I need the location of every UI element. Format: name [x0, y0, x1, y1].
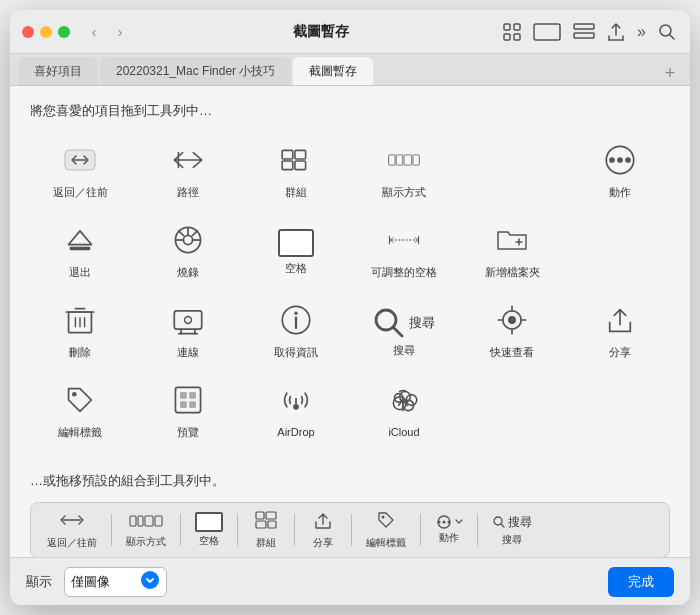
view-toggle-button[interactable] — [531, 21, 563, 43]
pt-divider-7 — [477, 514, 478, 546]
more-button[interactable]: » — [635, 21, 648, 43]
toolbar-items-grid: 返回／往前 路徑 — [30, 136, 670, 448]
footer-show-label: 顯示 — [26, 573, 52, 591]
item-share[interactable]: 分享 — [570, 296, 670, 368]
section-bottom-title: …或拖移預設的組合到工具列中。 — [30, 472, 670, 490]
svg-point-55 — [72, 392, 77, 397]
maximize-button[interactable] — [58, 26, 70, 38]
svg-rect-59 — [180, 401, 187, 408]
pt-edit-tags-icon — [377, 511, 395, 534]
pt-edit-tags-label: 編輯標籤 — [366, 536, 406, 550]
done-button[interactable]: 完成 — [608, 567, 674, 597]
item-new-folder-label: 新增檔案夾 — [485, 265, 540, 279]
svg-point-61 — [293, 404, 299, 410]
svg-rect-39 — [174, 311, 201, 329]
svg-point-50 — [508, 316, 516, 324]
svg-rect-3 — [514, 34, 520, 40]
svg-point-45 — [294, 312, 297, 315]
svg-rect-15 — [389, 155, 395, 165]
svg-point-81 — [448, 521, 451, 524]
item-back-forward[interactable]: 返回／往前 — [30, 136, 130, 208]
footer: 顯示 僅圖像 圖像及文字 僅文字 完成 — [10, 557, 690, 605]
upload-icon — [607, 22, 625, 42]
view-icon-button[interactable] — [501, 21, 523, 43]
pt-search-label: 搜尋 — [502, 533, 522, 547]
add-tab-button[interactable]: + — [658, 61, 682, 85]
item-quick-look[interactable]: 快速查看 — [462, 296, 562, 368]
item-get-info[interactable]: 取得資訊 — [246, 296, 346, 368]
item-path[interactable]: 路徑 — [138, 136, 238, 208]
item-group[interactable]: 群組 — [246, 136, 346, 208]
item-new-folder[interactable]: 新增檔案夾 — [462, 216, 562, 288]
pt-share: 分享 — [301, 509, 345, 552]
svg-rect-4 — [534, 24, 560, 40]
svg-rect-14 — [295, 161, 306, 170]
svg-point-47 — [376, 310, 396, 330]
item-preview[interactable]: 預覽 — [138, 376, 238, 448]
item-delete[interactable]: 刪除 — [30, 296, 130, 368]
preview-toolbar: 返回／往前 顯示方式 空格 — [30, 502, 670, 557]
svg-point-77 — [382, 515, 385, 518]
item-burn[interactable]: 燒錄 — [138, 216, 238, 288]
svg-rect-70 — [138, 516, 143, 526]
view-list-button[interactable] — [571, 21, 597, 43]
pt-divider-6 — [420, 514, 421, 546]
item-icloud-label: iCloud — [388, 425, 419, 439]
item-airdrop[interactable]: AirDrop — [246, 376, 346, 448]
footer-select-wrapper[interactable]: 僅圖像 圖像及文字 僅文字 — [64, 567, 167, 597]
item-edit-tags[interactable]: 編輯標籤 — [30, 376, 130, 448]
forward-nav-button[interactable]: › — [108, 20, 132, 44]
item-connect[interactable]: 連線 — [138, 296, 238, 368]
pt-divider-2 — [180, 514, 181, 546]
pt-back-forward-icon — [58, 511, 86, 534]
pt-share-icon — [314, 511, 332, 534]
svg-rect-5 — [574, 24, 594, 29]
group-icon — [280, 144, 312, 181]
item-search[interactable]: 搜尋 搜尋 — [354, 296, 454, 368]
search-toolbar-button[interactable] — [656, 21, 678, 43]
footer-display-select[interactable]: 僅圖像 圖像及文字 僅文字 — [71, 574, 136, 589]
quick-look-icon — [496, 304, 528, 341]
minimize-button[interactable] — [40, 26, 52, 38]
pt-view-mode: 顯示方式 — [118, 510, 174, 551]
tab-mac-tips[interactable]: 20220321_Mac Finder 小技巧 — [100, 57, 291, 85]
item-search-label: 搜尋 — [393, 343, 415, 357]
item-eject[interactable]: 退出 — [30, 216, 130, 288]
item-group-label: 群組 — [285, 185, 307, 199]
tab-screenshot[interactable]: 截圖暫存 — [293, 57, 373, 85]
footer-chevron-icon — [140, 570, 160, 594]
nav-arrows: ‹ › — [82, 20, 132, 44]
item-burn-label: 燒錄 — [177, 265, 199, 279]
action-icon — [604, 144, 636, 181]
item-view-mode[interactable]: 顯示方式 — [354, 136, 454, 208]
pt-group-icon — [255, 511, 277, 534]
tab-favorites[interactable]: 喜好項目 — [18, 57, 98, 85]
svg-rect-69 — [130, 516, 136, 526]
tabs-bar: 喜好項目 20220321_Mac Finder 小技巧 截圖暫存 + — [10, 54, 690, 86]
item-delete-label: 刪除 — [69, 345, 91, 359]
pt-view-mode-icon — [129, 512, 163, 533]
search-icon: 搜尋 — [373, 307, 435, 339]
pt-search: 搜尋 搜尋 — [484, 512, 540, 549]
pt-edit-tags: 編輯標籤 — [358, 509, 414, 552]
close-button[interactable] — [22, 26, 34, 38]
svg-rect-23 — [70, 247, 91, 250]
item-action[interactable]: 動作 — [570, 136, 670, 208]
svg-rect-76 — [268, 521, 276, 528]
back-nav-button[interactable]: ‹ — [82, 20, 106, 44]
view-rect-icon — [533, 23, 561, 41]
svg-line-29 — [178, 231, 184, 237]
pt-divider-1 — [111, 514, 112, 546]
share-toolbar-button[interactable] — [605, 20, 627, 44]
svg-rect-71 — [145, 516, 153, 526]
item-flex-space[interactable]: 可調整的空格 — [354, 216, 454, 288]
svg-line-48 — [394, 328, 402, 336]
item-connect-label: 連線 — [177, 345, 199, 359]
item-space[interactable]: 空格 — [246, 216, 346, 288]
pt-group-label: 群組 — [256, 536, 276, 550]
titlebar: ‹ › 截圖暫存 — [10, 10, 690, 54]
svg-rect-13 — [282, 161, 293, 170]
icloud-icon — [388, 384, 420, 421]
item-icloud[interactable]: iCloud — [354, 376, 454, 448]
pt-space: 空格 — [187, 510, 231, 550]
